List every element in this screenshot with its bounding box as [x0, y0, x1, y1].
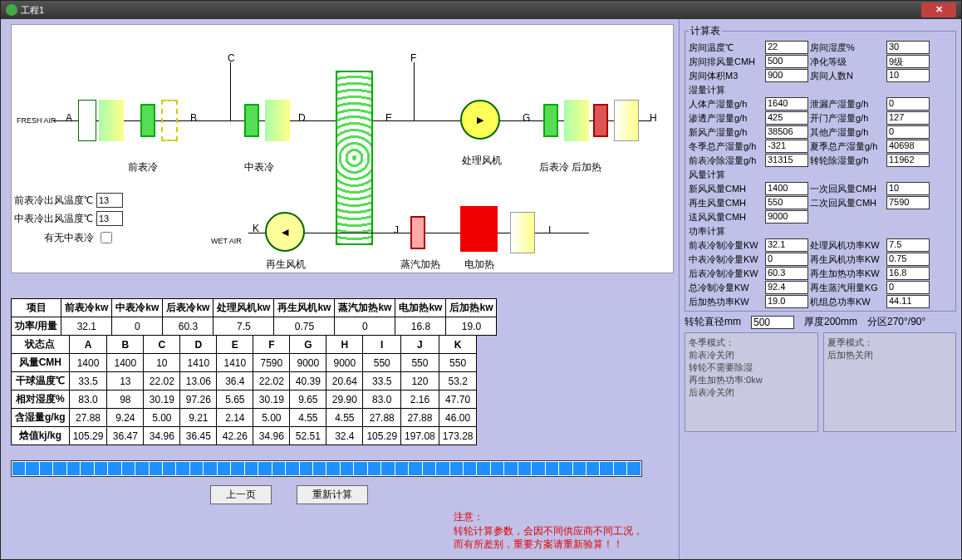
recalculate-button[interactable]: 重新计算	[297, 485, 368, 504]
damper-icon	[78, 100, 96, 141]
volume-value[interactable]: 900	[765, 69, 808, 82]
desiccant-wheel-icon	[336, 71, 373, 245]
valve-icon	[244, 104, 259, 137]
window-title: 工程1	[21, 4, 44, 17]
calc-legend: 计算表	[689, 24, 722, 38]
midcool-icon	[265, 100, 290, 141]
steam-heat-icon	[410, 216, 425, 249]
people-value[interactable]: 10	[886, 69, 930, 82]
precool-out-input[interactable]	[96, 193, 123, 208]
wheel-dia-value: 500	[751, 316, 794, 329]
precool-icon	[99, 100, 124, 141]
exhaust-value[interactable]: 500	[765, 55, 808, 68]
room-temp-value[interactable]: 22	[765, 41, 808, 54]
process-fan-icon: ▶	[460, 100, 500, 140]
wheel-thick-label: 厚度200mm 分区270°/90°	[804, 315, 925, 329]
wet-air-label: WET AIR	[211, 237, 242, 245]
electric-heat-icon	[460, 206, 498, 252]
postheat-icon	[593, 104, 608, 137]
fresh-air-label: FRESH AIR	[17, 116, 56, 125]
warning-text: 注意： 转轮计算参数，会因不同供应商不同工况， 而有所差别，重要方案请重新验算！…	[454, 510, 643, 551]
has-midcool-label: 有无中表冷	[44, 231, 94, 245]
midcool-out-input[interactable]	[96, 211, 123, 226]
title-bar: 工程1 ✕	[1, 1, 961, 19]
has-midcool-checkbox[interactable]	[101, 232, 112, 243]
clean-value[interactable]: 9级	[886, 55, 930, 68]
valve-icon	[140, 104, 155, 137]
precool-out-label: 前表冷出风温度℃	[14, 194, 93, 208]
summer-mode-box: 夏季模式： 后加热关闭	[823, 332, 957, 432]
regen-fan-icon: ◀	[265, 212, 305, 252]
power-table: 项目 前表冷kw中表冷kw 后表冷kw处理风机kw 再生风机kw蒸汽加热kw 电…	[11, 298, 497, 336]
midcool-out-label: 中表冷出风温度℃	[14, 212, 93, 226]
close-button[interactable]: ✕	[921, 2, 956, 17]
progress-bar	[11, 460, 642, 477]
room-hum-value[interactable]: 30	[886, 41, 930, 54]
prev-page-button[interactable]: 上一页	[210, 485, 272, 504]
damper-icon	[510, 212, 535, 253]
state-point-table: 状态点 AB CD EF GH IJ K 风量CMH14001400101410…	[11, 335, 477, 445]
damper-icon	[614, 100, 639, 141]
filter-icon	[161, 100, 178, 141]
wheel-dia-label: 转轮直径mm	[685, 315, 741, 329]
valve-icon	[543, 104, 558, 137]
winter-mode-box: 冬季模式： 前表冷关闭 转轮不需要除湿 再生加热功率:0kw 后表冷关闭	[685, 332, 818, 432]
postcool-icon	[564, 100, 589, 141]
